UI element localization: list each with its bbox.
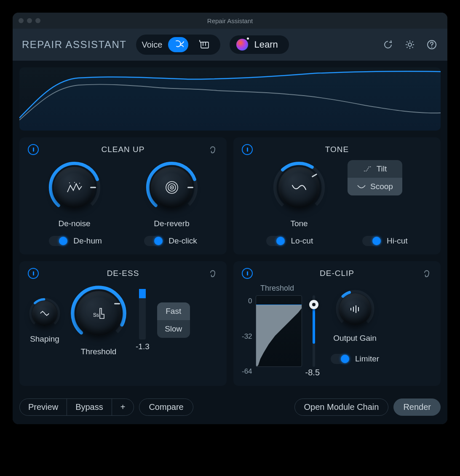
learn-button[interactable]: Learn [230,35,289,54]
mode-label: Voice [142,40,163,50]
svg-text:Ss: Ss [93,312,99,318]
learn-label: Learn [254,39,278,50]
tone-title: TONE [325,145,349,154]
slow-option[interactable]: Slow [157,320,190,338]
histogram-ticks: 0 -32 -64 [242,295,252,377]
output-gain-knob[interactable] [334,288,376,330]
cleanup-solo-icon[interactable] [207,144,218,155]
spectrum-display[interactable] [19,67,441,131]
bypass-button[interactable]: Bypass [67,399,112,415]
content: CLEAN UP De-noise [13,61,447,393]
tilt-option[interactable]: Tilt [348,160,402,178]
declip-slider-value: -8.5 [305,368,320,377]
titlebar: Repair Assistant [13,13,447,29]
svg-point-9 [74,182,75,183]
dehum-toggle[interactable] [49,236,68,246]
cleanup-power-button[interactable] [28,144,39,155]
denoise-knob[interactable] [47,160,102,215]
dereverb-label: De-reverb [154,219,189,228]
deess-speed-selector: Fast Slow [157,302,190,338]
limiter-toggle[interactable] [331,354,350,364]
limiter-label: Limiter [355,354,379,364]
svg-rect-0 [201,42,209,48]
svg-point-3 [408,43,412,46]
locut-toggle[interactable] [266,236,286,246]
learn-orb-icon [236,39,248,51]
deess-threshold-knob[interactable]: Ss [69,284,128,343]
mode-selector: Voice [136,35,221,55]
tick-0: 0 [242,297,252,305]
declip-module: DE-CLIP Threshold 0 -32 -64 [233,261,441,386]
svg-point-16 [171,187,172,188]
declick-label: De-click [168,236,197,246]
tick-64: -64 [242,367,252,376]
tone-knob[interactable] [272,160,326,215]
reset-icon[interactable] [382,38,394,51]
voice-mode-icon[interactable] [168,37,188,52]
deess-title: DE-ESS [107,269,139,278]
preview-button[interactable]: Preview [20,399,67,415]
declick-toggle[interactable] [144,236,163,246]
locut-label: Lo-cut [291,236,313,246]
render-button[interactable]: Render [393,398,441,416]
cleanup-title: CLEAN UP [101,145,144,154]
open-module-chain-button[interactable]: Open Module Chain [294,398,389,416]
declip-power-button[interactable] [242,268,253,279]
compare-button[interactable]: Compare [139,398,193,416]
scoop-label: Scoop [370,182,393,191]
svg-point-22 [46,315,47,316]
dehum-label: De-hum [73,236,102,246]
window: Repair Assistant REPAIR ASSISTANT Voice … [13,13,447,424]
cleanup-module: CLEAN UP De-noise [19,137,227,254]
deess-power-button[interactable] [28,268,39,279]
declip-threshold-slider[interactable] [310,295,318,367]
histogram [256,295,302,367]
svg-point-8 [69,182,70,183]
shaping-label: Shaping [30,334,59,344]
scoop-option[interactable]: Scoop [348,178,402,195]
tone-shape-selector: Tilt Scoop [348,160,402,195]
declip-solo-icon[interactable] [421,268,432,279]
gear-icon[interactable] [404,38,416,51]
dereverb-knob[interactable] [144,160,199,215]
hicut-label: Hi-cut [387,236,408,246]
toolbar: REPAIR ASSISTANT Voice Learn [13,29,447,61]
hicut-toggle[interactable] [362,236,382,246]
instrument-mode-icon[interactable] [194,37,214,52]
deess-meter [139,289,146,340]
window-title: Repair Assistant [13,17,447,24]
tone-power-button[interactable] [242,144,253,155]
footer: Preview Bypass + Compare Open Module Cha… [13,393,447,424]
tick-32: -32 [242,332,252,341]
svg-point-10 [79,183,80,184]
app-name: REPAIR ASSISTANT [22,39,127,51]
tone-knob-label: Tone [290,219,308,228]
declip-threshold-label: Threshold [260,284,320,293]
denoise-label: De-noise [58,219,90,228]
deess-solo-icon[interactable] [207,268,218,279]
help-icon[interactable] [425,38,438,51]
output-gain-label: Output Gain [333,334,376,343]
svg-point-5 [431,47,432,48]
declip-title: DE-CLIP [320,269,354,278]
deess-threshold-label: Threshold [81,347,117,356]
tone-module: TONE Tone [233,137,441,254]
deess-module: DE-ESS Shaping [19,261,227,386]
svg-point-21 [42,311,43,312]
shaping-knob[interactable] [28,297,62,330]
deess-value: -1.3 [136,342,150,351]
plus-button[interactable]: + [112,399,134,415]
tilt-label: Tilt [377,164,387,174]
preview-bypass-group: Preview Bypass + [19,398,134,416]
fast-option[interactable]: Fast [157,302,190,320]
